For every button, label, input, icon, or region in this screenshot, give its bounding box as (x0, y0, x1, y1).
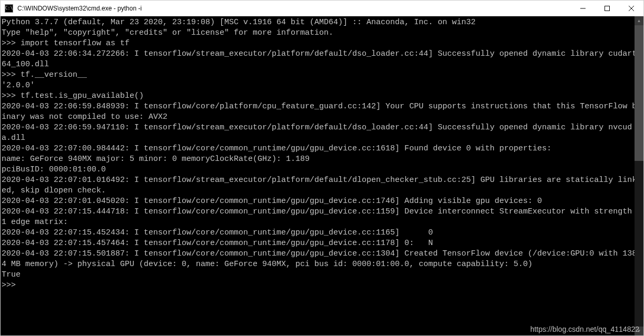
titlebar[interactable]: C:\ C:\WINDOWS\system32\cmd.exe - python… (1, 1, 643, 16)
scroll-down-button[interactable]: ▼ (635, 327, 643, 335)
console-line: 2020-04-03 22:07:01.045020: I tensorflow… (2, 196, 641, 207)
svg-rect-1 (605, 6, 610, 11)
app-icon: C:\ (5, 4, 13, 13)
console-line: >>> tf.__version__ (2, 70, 641, 80)
console-line: True (2, 270, 641, 280)
vertical-scrollbar[interactable]: ▲ ▼ (635, 16, 643, 335)
console-line: Type "help", "copyright", "credits" or "… (2, 28, 641, 38)
console-line: pciBusID: 0000:01:00.0 (2, 165, 641, 175)
console-line: 2020-04-03 22:07:00.984442: I tensorflow… (2, 144, 641, 154)
window-title: C:\WINDOWS\system32\cmd.exe - python -i (17, 5, 571, 12)
minimize-icon (580, 6, 586, 11)
maximize-icon (605, 6, 610, 11)
console-line: 2020-04-03 22:07:01.016492: I tensorflow… (2, 175, 641, 196)
chevron-down-icon: ▼ (637, 329, 641, 333)
maximize-button[interactable] (595, 1, 619, 16)
console-line: >>> (2, 280, 641, 291)
console-line: 2020-04-03 22:07:15.501887: I tensorflow… (2, 249, 641, 270)
console-line: 2020-04-03 22:07:15.452434: I tensorflow… (2, 228, 641, 238)
console-line: 2020-04-03 22:07:15.457464: I tensorflow… (2, 238, 641, 249)
cmd-window: C:\ C:\WINDOWS\system32\cmd.exe - python… (0, 0, 644, 336)
console-line: Python 3.7.7 (default, Mar 23 2020, 23:1… (2, 17, 641, 28)
minimize-button[interactable] (571, 1, 595, 16)
console-line: >>> import tensorflow as tf (2, 38, 641, 49)
scroll-up-button[interactable]: ▲ (635, 16, 643, 25)
scrollbar-track[interactable] (635, 25, 643, 327)
console-line: 2020-04-03 22:06:34.272266: I tensorflow… (2, 49, 641, 70)
scrollbar-thumb[interactable] (635, 25, 643, 161)
console-line: 2020-04-03 22:06:59.848939: I tensorflow… (2, 101, 641, 123)
window-controls (571, 1, 643, 16)
console-output[interactable]: Python 3.7.7 (default, Mar 23 2020, 23:1… (1, 16, 643, 335)
console-line: name: GeForce 940MX major: 5 minor: 0 me… (2, 154, 641, 165)
close-button[interactable] (619, 1, 643, 16)
console-line: >>> tf.test.is_gpu_available() (2, 91, 641, 101)
chevron-up-icon: ▲ (637, 18, 641, 23)
console-line: 2020-04-03 22:06:59.947110: I tensorflow… (2, 123, 641, 144)
close-icon (629, 6, 634, 11)
console-area: Python 3.7.7 (default, Mar 23 2020, 23:1… (1, 16, 643, 335)
console-line: 2020-04-03 22:07:15.444718: I tensorflow… (2, 207, 641, 228)
console-line: '2.0.0' (2, 80, 641, 91)
